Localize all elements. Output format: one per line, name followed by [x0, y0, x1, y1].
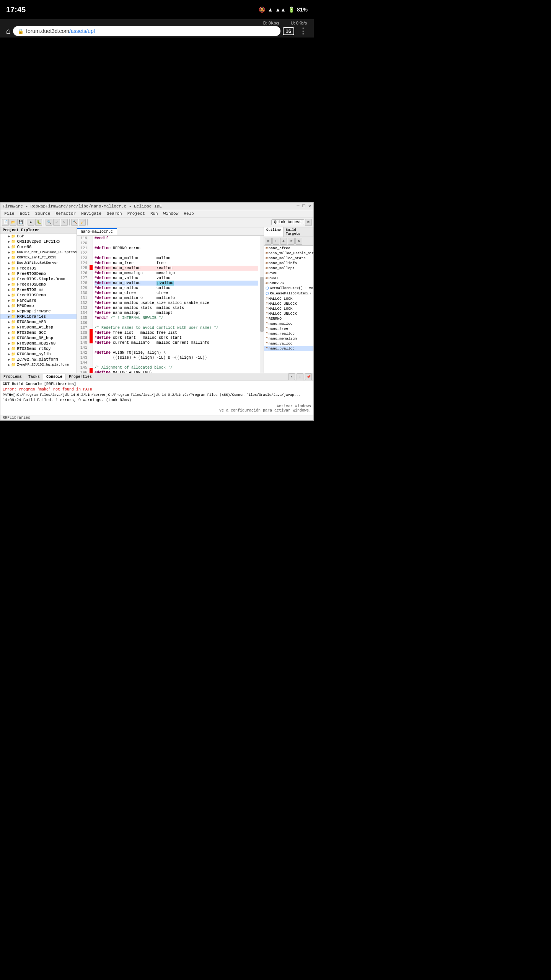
outline-sync-btn[interactable]: ⟳ [288, 238, 295, 245]
tree-item-rtos-a53[interactable]: ▶ 📁 RTOSDemo_A53 [0, 319, 77, 325]
tree-item-bsp[interactable]: ▶ 📁 BSP [0, 234, 77, 239]
ln-122: 122 [78, 251, 87, 256]
code-line-141 [95, 345, 258, 350]
tree-item-coreng[interactable]: ▶ 📁 CoreNG [0, 244, 77, 250]
tree-item-zynq[interactable]: ▶ 📁 ZynqMP_ZCU102_hw_platform [0, 362, 77, 368]
minimize-icon[interactable]: ─ [297, 203, 299, 209]
tree-label: RTOSDemo_rtScy [17, 346, 51, 351]
outline-malloc-unlock1[interactable]: # MALLOC_UNLOCK [264, 301, 313, 306]
tree-item-rtos-rtscy[interactable]: ▶ 📁 RTOSDemo_rtScy [0, 346, 77, 351]
tree-item-rtos-rdb1768[interactable]: ▶ 📁 RTOSDemo_RDB1768 [0, 341, 77, 346]
tree-item-cortex-m0[interactable]: ▶ 📁 CORTEX_M0+_LPC31U88_LCPXpresso [0, 250, 77, 255]
editor-scrollbar[interactable] [260, 236, 264, 373]
tb-redo-btn[interactable]: ↪ [61, 219, 68, 226]
tb-clean-btn[interactable]: 🧹 [79, 219, 86, 226]
close-icon[interactable]: ✕ [308, 203, 311, 209]
outline-nano-realloc[interactable]: # nano_realloc [264, 331, 313, 336]
outline-nano-memalign[interactable]: # nano_memalign [264, 336, 313, 341]
home-icon[interactable]: ⌂ [6, 27, 11, 36]
tree-item-rtos-gcc[interactable]: ▶ 📁 RTOSDemo_GCC [0, 330, 77, 335]
problems-tab[interactable]: Problems [0, 374, 25, 380]
menu-source[interactable]: Source [33, 211, 53, 216]
console-clear-btn[interactable]: ✕ [288, 373, 295, 380]
tree-item-cortex-lm4f[interactable]: ▶ 📁 CORTEX_lm4f_TI_CCS5 [0, 255, 77, 260]
tree-item-freertosdemo2[interactable]: ▶ 📁 FreeRTOSDemo [0, 282, 77, 287]
tb-open-btn[interactable]: 📂 [10, 219, 16, 226]
console-pin-btn[interactable]: 📌 [305, 373, 312, 380]
tree-item-zc702[interactable]: ▶ 📁 ZC702_hw_platform [0, 357, 77, 362]
tree-item-cmsis[interactable]: ▶ 📁 CMSISv2p00_LPC11xx [0, 239, 77, 244]
editor-tab-nanomallocr[interactable]: nano-mallocr.c [77, 228, 117, 235]
tree-item-reprap[interactable]: ▶ 📁 RepRapFirmware [0, 309, 77, 314]
outline-nano-malloc-usable[interactable]: # nano_malloc_usable_size [264, 251, 313, 256]
tree-item-duet[interactable]: ▶ 📁 DuetWiFiSocketServer [0, 260, 77, 266]
code-lines-area[interactable]: #endif #define RERRNO errno #define nano… [93, 236, 260, 373]
tb-build-btn[interactable]: 🔨 [71, 219, 78, 226]
tree-item-hardware[interactable]: ▶ 📁 Hardware [0, 298, 77, 303]
quick-access-button[interactable]: Quick Access [271, 219, 304, 225]
build-targets-tab[interactable]: Build Targets [284, 227, 313, 237]
outline-ronearg[interactable]: # RONEARG [264, 281, 313, 286]
scrollbar-thumb[interactable] [260, 277, 264, 332]
menu-edit[interactable]: Edit [17, 211, 32, 216]
outline-nano-valloc[interactable]: # nano_valloc [264, 341, 313, 346]
menu-file[interactable]: File [2, 211, 16, 216]
tree-item-rrflibs[interactable]: ▶ 📁 RRFLibraries [0, 314, 77, 319]
outline-malloc-lock2[interactable]: # MALLOC_LOCK [264, 306, 313, 311]
tree-item-mpudemo[interactable]: ▶ 📁 MPUDemo [0, 303, 77, 309]
tree-item-rtos-a5-bsp[interactable]: ▶ 📁 RTOSDemo_A5_bsp [0, 325, 77, 330]
menu-window[interactable]: Window [161, 211, 181, 216]
tb-new-btn[interactable]: 📄 [2, 219, 9, 226]
console-scroll-btn[interactable]: ↓ [297, 373, 303, 380]
tree-item-rtos-r5-bsp[interactable]: ▶ 📁 RTOSDemo_R5_bsp [0, 335, 77, 341]
outline-nano-malloc[interactable]: # nano_malloc [264, 321, 313, 326]
outline-collapse-btn[interactable]: ⊟ [265, 238, 272, 245]
menu-project[interactable]: Project [125, 211, 147, 216]
time-display: 17:45 [6, 5, 26, 14]
tree-item-freertos[interactable]: ▶ 📁 FreeRTOS [0, 266, 77, 271]
outline-releasemalloc[interactable]: ⬡ ReleaseMallocMutex() : void [264, 291, 313, 296]
outline-rcall[interactable]: # RCALL [264, 276, 313, 281]
outline-sort-btn[interactable]: ↕ [272, 238, 279, 245]
outline-nano-free[interactable]: # nano_free [264, 326, 313, 331]
outline-rerrno[interactable]: # RERRNO [264, 316, 313, 321]
outline-rarg[interactable]: # RARG [264, 271, 313, 276]
tree-item-freertos-ns[interactable]: ▶ 📁 FreeRTOS_ns [0, 287, 77, 292]
browser-menu-icon[interactable]: ⋮ [299, 26, 308, 36]
tree-item-freertosdemo-simple[interactable]: ▶ 📁 FreeRTOS-Simple-Demo [0, 276, 77, 282]
tasks-tab[interactable]: Tasks [25, 374, 43, 380]
outline-nano-cfree[interactable]: # nano_cfree [264, 246, 313, 251]
menu-search[interactable]: Search [104, 211, 124, 216]
tb-run-btn[interactable]: ▶ [28, 219, 34, 226]
properties-tab[interactable]: Properties [66, 374, 95, 380]
menu-navigate[interactable]: Navigate [79, 211, 104, 216]
tree-item-freertosdemo1[interactable]: ▶ 📁 FreeRTOSDemo [0, 271, 77, 276]
address-bar[interactable]: 🔒 forum.duet3d.com/assets/upl [13, 26, 280, 36]
ln-142: 142 [78, 350, 87, 355]
tree-item-rtos-sylib[interactable]: ▶ 📁 RTOSDemo_sylib [0, 351, 77, 357]
tb-debug-btn[interactable]: 🐛 [35, 219, 42, 226]
outline-nano-pvalloc[interactable]: # nano_pvalloc [264, 346, 313, 351]
expand-icon: ▶ [8, 245, 10, 249]
outline-filter-btn[interactable]: ⊕ [280, 238, 287, 245]
menu-refactor[interactable]: Refactor [53, 211, 78, 216]
outline-malloc-lock1[interactable]: # MALLOC_LOCK [264, 296, 313, 301]
outline-nano-mallopt[interactable]: # nano_mallopt [264, 266, 313, 271]
menu-run[interactable]: Run [148, 211, 160, 216]
outline-nano-mallinfo[interactable]: # nano_mallinfo [264, 261, 313, 266]
console-tab[interactable]: Console [43, 374, 66, 380]
outline-nano-malloc-stats[interactable]: # nano_malloc_stats [264, 256, 313, 261]
outline-tab[interactable]: Outline [264, 227, 284, 237]
console-error-line: Error: Program 'make' not found in PATH [3, 387, 311, 392]
tree-item-freertosdemo3[interactable]: ▶ 📁 FreeRTOSDemo [0, 292, 77, 298]
maximize-icon[interactable]: □ [303, 203, 305, 209]
tb-save-btn[interactable]: 💾 [17, 219, 24, 226]
menu-help[interactable]: Help [181, 211, 196, 216]
tb-search-btn[interactable]: 🔍 [46, 219, 52, 226]
tab-count[interactable]: 16 [283, 27, 294, 35]
outline-settings-btn[interactable]: ⚙ [295, 238, 302, 245]
outline-getmalloc[interactable]: ⬡ GetMallocMutex() : void [264, 286, 313, 291]
tb-undo-btn[interactable]: ↩ [53, 219, 60, 226]
outline-malloc-unlock2[interactable]: # MALLOC_UNLOCK [264, 311, 313, 316]
tb-perspectives-btn[interactable]: ⊞ [305, 219, 312, 226]
